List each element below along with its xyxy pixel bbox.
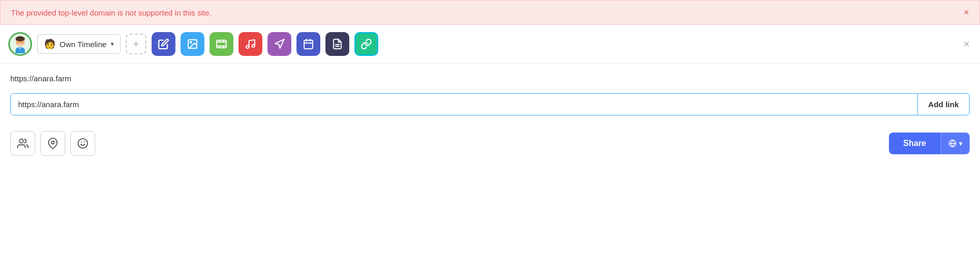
image-icon	[187, 38, 198, 50]
dropdown-arrow: ▾	[959, 139, 962, 148]
video-button[interactable]	[210, 32, 233, 56]
pencil-icon	[158, 38, 169, 50]
svg-rect-7	[217, 40, 226, 48]
url-input[interactable]	[11, 94, 917, 115]
avatar-image	[11, 35, 29, 53]
people-button[interactable]	[10, 131, 35, 156]
toolbar-row: 🧑 Own Timeline ▾ +	[0, 25, 980, 64]
calendar-button[interactable]	[296, 32, 320, 56]
error-banner: The provided top-level domain is not sup…	[0, 0, 980, 25]
svg-point-14	[246, 46, 249, 49]
link-button[interactable]	[354, 32, 378, 56]
emoji-button[interactable]	[70, 131, 95, 156]
photo-button[interactable]	[181, 32, 204, 56]
calendar-icon	[303, 38, 314, 50]
doc-button[interactable]	[325, 32, 349, 56]
error-close-button[interactable]: ×	[963, 8, 969, 17]
announce-button[interactable]	[268, 32, 291, 56]
emoji-icon	[77, 138, 88, 149]
svg-point-23	[51, 141, 54, 144]
error-message: The provided top-level domain is not sup…	[11, 8, 212, 17]
megaphone-icon	[274, 38, 285, 50]
url-input-row: Add link	[10, 93, 970, 115]
content-area: https://anara.farm Add link	[0, 64, 980, 124]
film-icon	[216, 38, 227, 50]
link-chain-icon	[361, 38, 372, 50]
svg-point-22	[20, 139, 23, 143]
url-display: https://anara.farm	[10, 72, 970, 85]
share-button-group: Share ▾	[889, 133, 970, 154]
location-icon	[47, 138, 58, 149]
toolbar-close-button[interactable]: ×	[961, 36, 972, 52]
timeline-person-icon: 🧑	[44, 38, 55, 50]
music-icon	[245, 38, 256, 50]
chevron-down-icon: ▾	[111, 40, 114, 48]
svg-rect-16	[304, 40, 313, 49]
svg-point-15	[252, 45, 255, 48]
share-dropdown-button[interactable]: ▾	[941, 133, 970, 154]
document-icon	[332, 38, 343, 50]
svg-point-24	[78, 139, 87, 148]
svg-point-6	[190, 41, 191, 43]
share-button[interactable]: Share	[889, 133, 941, 154]
timeline-selector-button[interactable]: 🧑 Own Timeline ▾	[37, 34, 121, 54]
avatar	[8, 32, 32, 56]
edit-button[interactable]	[152, 32, 175, 56]
timeline-label: Own Timeline	[60, 40, 107, 49]
add-button[interactable]: +	[126, 34, 146, 54]
globe-icon	[948, 139, 957, 148]
people-icon	[17, 138, 28, 149]
location-button[interactable]	[40, 131, 65, 156]
svg-point-1	[16, 36, 25, 41]
bottom-row: Share ▾	[0, 124, 980, 163]
music-button[interactable]	[239, 32, 262, 56]
add-link-button[interactable]: Add link	[917, 94, 969, 115]
